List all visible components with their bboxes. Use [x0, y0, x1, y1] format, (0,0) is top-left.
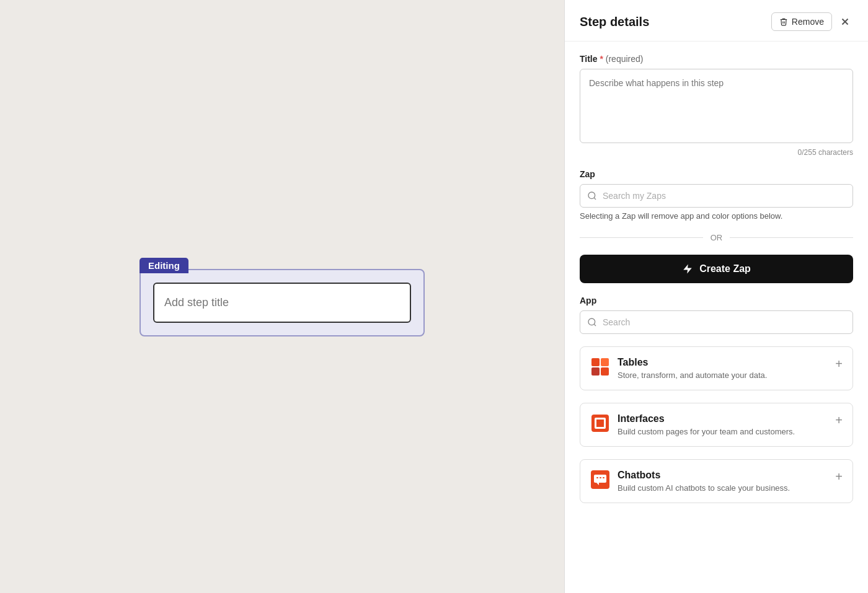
tables-app-icon — [590, 357, 610, 377]
step-title-input[interactable] — [153, 283, 411, 323]
title-field-section: Title * (required) 0/255 characters — [580, 54, 853, 157]
canvas-area: Editing — [0, 0, 564, 593]
or-divider: OR — [580, 233, 853, 242]
chatbots-icon-svg — [591, 470, 609, 489]
app-card-chatbots-left: Chatbots Build custom AI chatbots to sca… — [590, 470, 790, 493]
zap-field-section: Zap Selecting a Zap will remove app and … — [580, 169, 853, 221]
char-count: 0/255 characters — [580, 148, 853, 157]
close-icon — [839, 16, 851, 27]
interfaces-add-button[interactable]: + — [835, 413, 843, 428]
app-card-chatbots[interactable]: Chatbots Build custom AI chatbots to sca… — [580, 459, 853, 503]
svg-rect-11 — [600, 477, 601, 478]
svg-rect-8 — [594, 475, 606, 483]
interfaces-app-desc: Build custom pages for your team and cus… — [618, 427, 795, 436]
remove-button[interactable]: Remove — [771, 12, 832, 31]
app-card-tables[interactable]: Tables Store, transform, and automate yo… — [580, 346, 853, 390]
chatbots-add-button[interactable]: + — [835, 470, 843, 484]
zap-field-label: Zap — [580, 169, 853, 179]
title-textarea-wrapper: 0/255 characters — [580, 69, 853, 157]
chatbots-app-name: Chatbots — [618, 470, 790, 481]
lightning-icon — [682, 263, 693, 275]
interfaces-app-info: Interfaces Build custom pages for your t… — [618, 413, 795, 436]
tables-app-info: Tables Store, transform, and automate yo… — [618, 357, 767, 380]
trash-icon — [779, 17, 788, 26]
interfaces-app-icon — [590, 413, 610, 433]
tables-app-name: Tables — [618, 357, 767, 368]
zap-search-input[interactable] — [580, 184, 853, 208]
chatbots-app-desc: Build custom AI chatbots to scale your b… — [618, 483, 790, 493]
app-field-section: App — [580, 296, 853, 334]
app-card-interfaces[interactable]: Interfaces Build custom pages for your t… — [580, 403, 853, 447]
tables-app-desc: Store, transform, and automate your data… — [618, 371, 767, 380]
panel-title: Step details — [580, 15, 649, 29]
right-panel: Step details Remove — [564, 0, 868, 593]
app-search-wrapper — [580, 310, 853, 334]
app-card-interfaces-left: Interfaces Build custom pages for your t… — [590, 413, 795, 436]
title-field-label: Title * (required) — [580, 54, 853, 64]
chatbots-app-info: Chatbots Build custom AI chatbots to sca… — [618, 470, 790, 493]
app-field-label: App — [580, 296, 853, 305]
svg-rect-12 — [603, 477, 604, 478]
zap-hint-text: Selecting a Zap will remove app and colo… — [580, 211, 853, 221]
required-marker: * — [600, 54, 603, 64]
interfaces-app-name: Interfaces — [618, 413, 795, 424]
editing-badge: Editing — [140, 258, 188, 273]
chatbots-app-icon — [590, 470, 610, 490]
app-card-tables-left: Tables Store, transform, and automate yo… — [590, 357, 767, 380]
panel-header-actions: Remove — [771, 12, 853, 31]
zap-search-wrapper — [580, 184, 853, 208]
optional-text: (required) — [606, 54, 644, 64]
panel-header: Step details Remove — [565, 0, 868, 42]
panel-body: Title * (required) 0/255 characters Zap … — [565, 42, 868, 516]
svg-marker-4 — [683, 265, 692, 274]
close-button[interactable] — [837, 14, 853, 30]
app-search-input[interactable] — [580, 310, 853, 334]
svg-rect-10 — [596, 477, 598, 478]
title-textarea[interactable] — [580, 69, 853, 143]
create-zap-button[interactable]: Create Zap — [580, 255, 853, 283]
tables-add-button[interactable]: + — [835, 357, 843, 371]
editing-card: Editing — [140, 269, 425, 336]
